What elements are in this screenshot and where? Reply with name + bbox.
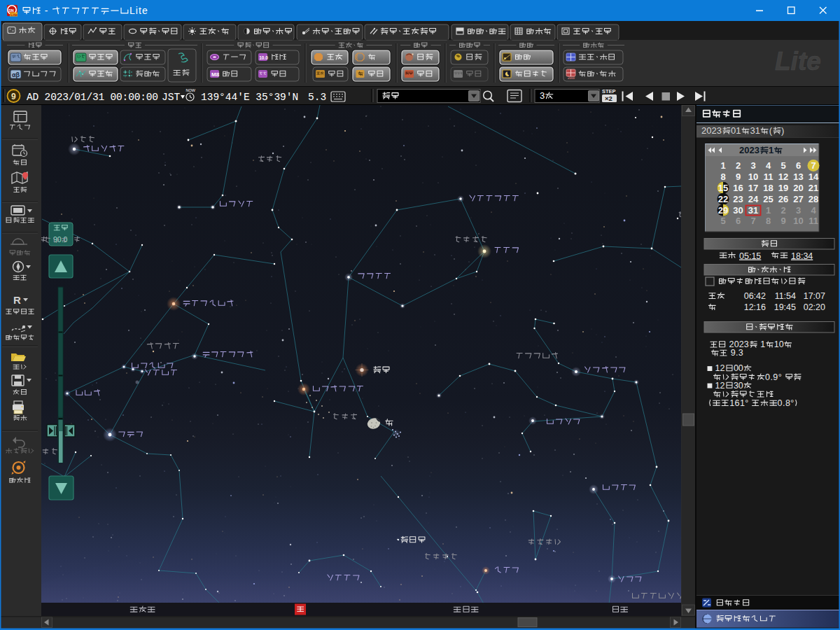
- svg-text:AD 2023/01/31 00:00:00: AD 2023/01/31 00:00:00: [27, 92, 158, 103]
- svg-text:22: 22: [718, 194, 728, 204]
- svg-text:30: 30: [733, 205, 743, 216]
- svg-text:Lite: Lite: [775, 47, 821, 76]
- svg-text:4: 4: [811, 205, 816, 216]
- svg-text:): ): [781, 125, 784, 136]
- svg-text:06:42: 06:42: [744, 291, 766, 301]
- svg-text:3: 3: [540, 90, 545, 101]
- svg-text:Lite: Lite: [10, 13, 18, 17]
- svg-text:21: 21: [808, 183, 818, 193]
- svg-text:90.0: 90.0: [53, 235, 68, 244]
- svg-text:16: 16: [733, 183, 743, 193]
- svg-text:R: R: [13, 294, 21, 306]
- svg-text:0.9°: 0.9°: [765, 372, 785, 382]
- svg-text:6: 6: [796, 160, 801, 171]
- svg-text:2023: 2023: [739, 145, 760, 155]
- svg-text:01: 01: [731, 125, 741, 136]
- svg-text:10: 10: [748, 172, 758, 182]
- svg-text:13: 13: [793, 172, 803, 182]
- svg-text:05:15: 05:15: [739, 251, 761, 261]
- svg-text:26: 26: [778, 194, 788, 204]
- svg-text:27: 27: [793, 194, 803, 204]
- svg-text:5.3: 5.3: [308, 92, 326, 103]
- svg-text:2: 2: [736, 160, 741, 171]
- svg-text:19: 19: [778, 183, 788, 193]
- svg-text:STEP: STEP: [602, 88, 616, 94]
- svg-text:(: (: [769, 125, 773, 136]
- svg-text:αβ: αβ: [12, 71, 20, 78]
- svg-text:4: 4: [766, 160, 771, 171]
- svg-text:28: 28: [808, 194, 818, 204]
- svg-text:2: 2: [780, 205, 785, 216]
- svg-text:139°44'E 35°39'N: 139°44'E 35°39'N: [201, 92, 298, 103]
- svg-text:11: 11: [764, 172, 774, 182]
- svg-text:-: -: [41, 5, 51, 16]
- svg-text:25: 25: [763, 194, 773, 204]
- svg-text:1: 1: [766, 205, 771, 216]
- svg-text:M8: M8: [211, 71, 220, 78]
- svg-text:8: 8: [720, 172, 725, 182]
- svg-text:9: 9: [736, 172, 741, 182]
- svg-text:3: 3: [750, 160, 755, 171]
- svg-text:2000: 2000: [568, 76, 575, 80]
- svg-text:8: 8: [766, 216, 771, 226]
- svg-text:14: 14: [808, 172, 819, 182]
- svg-text:17:07: 17:07: [804, 291, 825, 301]
- svg-text:7: 7: [811, 160, 816, 171]
- svg-text:1: 1: [720, 160, 725, 171]
- svg-text:11:54: 11:54: [775, 291, 796, 301]
- svg-text:NOW: NOW: [186, 88, 196, 92]
- svg-text:7: 7: [750, 216, 755, 226]
- svg-text:10: 10: [774, 340, 784, 349]
- svg-text:2023: 2023: [701, 125, 722, 136]
- svg-text:18: 18: [763, 183, 773, 193]
- svg-text:23: 23: [733, 194, 743, 204]
- svg-text:0.8°: 0.8°: [778, 398, 794, 408]
- svg-text:02:20: 02:20: [804, 302, 825, 312]
- svg-text:15: 15: [718, 183, 728, 193]
- svg-text:12: 12: [778, 172, 788, 182]
- svg-text:11: 11: [808, 216, 818, 226]
- svg-text:6: 6: [736, 216, 741, 226]
- svg-text:31: 31: [750, 125, 760, 136]
- svg-text:×2: ×2: [605, 94, 612, 102]
- svg-text:161°: 161°: [729, 398, 751, 408]
- svg-text:5: 5: [720, 216, 725, 226]
- svg-text:20: 20: [793, 183, 803, 193]
- svg-text:10: 10: [793, 216, 803, 226]
- svg-text:24: 24: [748, 194, 759, 204]
- svg-text:SN: SN: [8, 8, 14, 13]
- svg-text:10.0: 10.0: [259, 55, 268, 60]
- svg-text:9: 9: [780, 216, 785, 226]
- svg-text:12:16: 12:16: [744, 302, 766, 312]
- svg-text:30: 30: [734, 381, 743, 391]
- svg-text:18:34: 18:34: [791, 251, 813, 261]
- svg-text:JST: JST: [162, 92, 180, 103]
- svg-text:1: 1: [757, 340, 765, 349]
- svg-text:17: 17: [748, 183, 758, 193]
- svg-text:19:45: 19:45: [774, 302, 796, 312]
- svg-text:12: 12: [715, 363, 725, 373]
- svg-text:9.3: 9.3: [728, 348, 743, 358]
- svg-text:12: 12: [715, 381, 725, 391]
- svg-text:1: 1: [769, 145, 774, 155]
- svg-text:00: 00: [734, 363, 743, 373]
- svg-text:29: 29: [718, 205, 728, 216]
- svg-text:3: 3: [796, 205, 801, 216]
- svg-text:9: 9: [11, 92, 16, 102]
- svg-text:Lite: Lite: [130, 5, 148, 16]
- svg-text:5: 5: [780, 160, 785, 171]
- svg-text:31: 31: [748, 205, 758, 216]
